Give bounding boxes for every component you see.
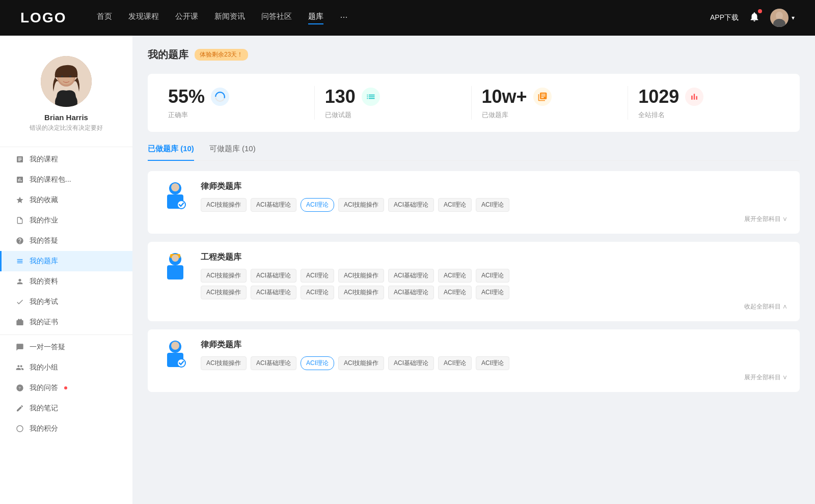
sidebar-item-profile[interactable]: 我的资料 (0, 271, 132, 292)
profile-icon (15, 277, 24, 286)
tag-2-5[interactable]: ACI理论 (438, 269, 472, 283)
tag-1-6[interactable]: ACI理论 (476, 198, 509, 212)
header: LOGO 首页 发现课程 公开课 新闻资讯 问答社区 题库 ··· APP下载 … (0, 0, 815, 36)
notification-badge (758, 9, 762, 13)
course-icon (15, 155, 24, 164)
question-icon (15, 236, 24, 245)
sidebar-item-exam[interactable]: 我的考试 (0, 292, 132, 312)
homework-icon (15, 216, 24, 225)
expand-btn-1[interactable]: 展开全部科目 ∨ (201, 215, 787, 223)
menu-label-favorites: 我的收藏 (30, 195, 58, 205)
nav-more[interactable]: ··· (340, 12, 347, 24)
menu-label-my-questions: 我的问答 (30, 383, 58, 393)
main-nav: 首页 发现课程 公开课 新闻资讯 问答社区 题库 ··· (97, 12, 690, 24)
sidebar-item-notes[interactable]: 我的笔记 (0, 398, 132, 418)
svg-point-14 (171, 183, 179, 191)
sidebar-item-group[interactable]: 我的小组 (0, 357, 132, 378)
tag-3-2[interactable]: ACI理论 (301, 356, 334, 370)
tag-1-1[interactable]: ACI基础理论 (251, 198, 296, 212)
expand-btn-2[interactable]: 收起全部科目 ∧ (201, 302, 787, 311)
nav-discover[interactable]: 发现课程 (128, 12, 159, 24)
tag-3-4[interactable]: ACI基础理论 (388, 356, 434, 370)
svg-point-6 (61, 76, 64, 77)
sidebar-item-my-qa[interactable]: 我的答疑 (0, 231, 132, 251)
app-download-button[interactable]: APP下载 (710, 13, 739, 22)
nav-open-course[interactable]: 公开课 (175, 12, 198, 24)
stats-card: 55% 正确率 130 (148, 74, 800, 132)
sidebar-divider-2 (0, 334, 132, 335)
tags-row-3: ACI技能操作 ACI基础理论 ACI理论 ACI技能操作 ACI基础理论 AC… (201, 356, 787, 370)
stat-done-questions: 130 已做试题 (315, 86, 472, 120)
qbank-icon-lawyer-3 (160, 340, 191, 375)
tab-available[interactable]: 可做题库 (10) (209, 144, 256, 161)
sidebar-item-points[interactable]: 我的积分 (0, 418, 132, 439)
logo: LOGO (20, 10, 66, 26)
tag-2-6[interactable]: ACI理论 (476, 269, 509, 283)
stat-value-done-questions: 130 (325, 86, 356, 107)
svg-point-19 (172, 255, 179, 262)
tabs-row: 已做题库 (10) 可做题库 (10) (148, 144, 800, 161)
tag-2-3[interactable]: ACI技能操作 (338, 269, 384, 283)
profile-name: Brian Harris (44, 113, 88, 122)
sidebar-item-my-course[interactable]: 我的课程 (0, 149, 132, 170)
qbank-title-3: 律师类题库 (201, 340, 787, 350)
svg-point-7 (69, 76, 72, 77)
qbank-card-2: 工程类题库 ACI技能操作 ACI基础理论 ACI理论 ACI技能操作 ACI基… (148, 242, 800, 321)
tag-1-3[interactable]: ACI技能操作 (338, 198, 384, 212)
tag-2-2[interactable]: ACI理论 (301, 269, 334, 283)
sidebar-item-homework[interactable]: 我的作业 (0, 210, 132, 231)
nav-news[interactable]: 新闻资讯 (214, 12, 245, 24)
tag-2-0[interactable]: ACI技能操作 (201, 269, 247, 283)
tag-3-1[interactable]: ACI基础理论 (251, 356, 296, 370)
tag-3-0[interactable]: ACI技能操作 (201, 356, 247, 370)
stat-accuracy: 55% 正确率 (163, 86, 315, 120)
tag-1-5[interactable]: ACI理论 (438, 198, 472, 212)
page-body: Brian Harris 错误的决定比没有决定要好 我的课程 我的课程包... (0, 36, 815, 504)
nav-qa[interactable]: 问答社区 (261, 12, 292, 24)
menu-label-homework: 我的作业 (30, 216, 58, 225)
tag-1-2[interactable]: ACI理论 (301, 198, 334, 212)
stat-label-done-banks: 已做题库 (482, 110, 508, 120)
tag-3-3[interactable]: ACI技能操作 (338, 356, 384, 370)
tag-2-4[interactable]: ACI基础理论 (388, 269, 434, 283)
menu-label-qa: 我的答疑 (30, 236, 58, 245)
user-avatar-area[interactable]: ▾ (770, 9, 795, 27)
page-title: 我的题库 (148, 48, 188, 62)
tag-2b-2[interactable]: ACI理论 (301, 286, 334, 299)
qbank-card-3: 律师类题库 ACI技能操作 ACI基础理论 ACI理论 ACI技能操作 ACI基… (148, 329, 800, 392)
tag-2b-0[interactable]: ACI技能操作 (201, 286, 247, 299)
qbank-card-1: 律师类题库 ACI技能操作 ACI基础理论 ACI理论 ACI技能操作 ACI基… (148, 171, 800, 234)
sidebar-item-certificate[interactable]: 我的证书 (0, 312, 132, 332)
expand-btn-3[interactable]: 展开全部科目 ∨ (201, 373, 787, 382)
tag-2b-1[interactable]: ACI基础理论 (251, 286, 296, 299)
sidebar-item-course-package[interactable]: 我的课程包... (0, 170, 132, 190)
tag-1-4[interactable]: ACI基础理论 (388, 198, 434, 212)
notification-bell[interactable] (749, 11, 760, 24)
tag-1-0[interactable]: ACI技能操作 (201, 198, 247, 212)
stat-top-accuracy: 55% (168, 86, 229, 107)
qa-icon: ? (15, 383, 24, 393)
tag-2b-3[interactable]: ACI技能操作 (338, 286, 384, 299)
menu-label-group: 我的小组 (30, 363, 58, 372)
nav-home[interactable]: 首页 (97, 12, 112, 24)
tag-2-1[interactable]: ACI基础理论 (251, 269, 296, 283)
sidebar-item-favorites[interactable]: 我的收藏 (0, 190, 132, 210)
qbank-content-3: 律师类题库 ACI技能操作 ACI基础理论 ACI理论 ACI技能操作 ACI基… (201, 340, 787, 382)
sidebar-item-qbank[interactable]: 我的题库 (0, 251, 132, 271)
nav-qbank[interactable]: 题库 (308, 12, 323, 24)
avatar-chevron: ▾ (792, 14, 795, 21)
qbank-content-2: 工程类题库 ACI技能操作 ACI基础理论 ACI理论 ACI技能操作 ACI基… (201, 252, 787, 311)
sidebar-item-tutor[interactable]: 一对一答疑 (0, 337, 132, 357)
done-questions-icon (362, 88, 380, 106)
tag-2b-5[interactable]: ACI理论 (438, 286, 472, 299)
stat-label-done-questions: 已做试题 (325, 110, 351, 120)
tag-2b-4[interactable]: ACI基础理论 (388, 286, 434, 299)
sidebar-item-my-questions[interactable]: ? 我的问答 (0, 378, 132, 398)
tag-2b-6[interactable]: ACI理论 (476, 286, 509, 299)
svg-point-22 (171, 342, 179, 350)
tag-3-6[interactable]: ACI理论 (476, 356, 509, 370)
tab-done[interactable]: 已做题库 (10) (148, 144, 194, 161)
stat-value-done-banks: 10w+ (482, 86, 527, 107)
tag-3-5[interactable]: ACI理论 (438, 356, 472, 370)
qbank-icon-engineer (160, 252, 191, 288)
